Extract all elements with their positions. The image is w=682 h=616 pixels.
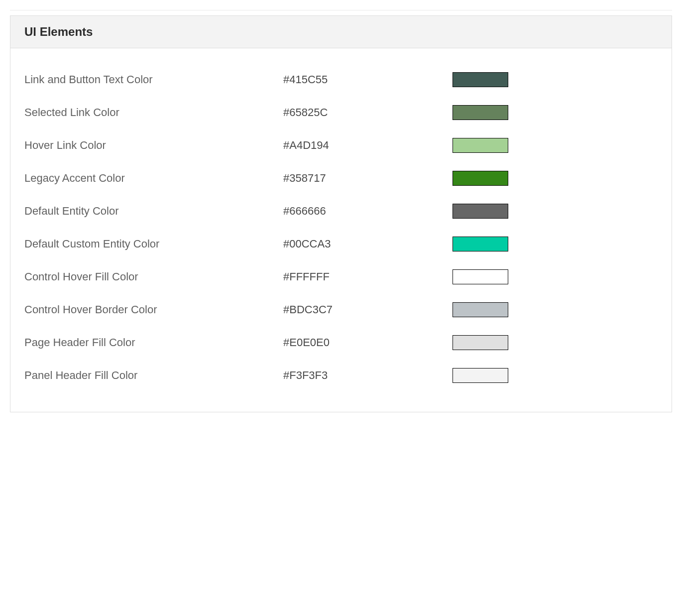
color-label: Hover Link Color <box>24 139 283 152</box>
panel-header: UI Elements <box>10 16 672 48</box>
color-row: Control Hover Fill Color#FFFFFF <box>24 260 658 293</box>
color-value: #BDC3C7 <box>283 303 453 316</box>
color-value: #00CCA3 <box>283 238 453 250</box>
color-row: Panel Header Fill Color#F3F3F3 <box>24 359 658 392</box>
color-label: Default Entity Color <box>24 205 283 218</box>
color-value: #666666 <box>283 205 453 218</box>
color-row: Page Header Fill Color#E0E0E0 <box>24 326 658 359</box>
color-label: Default Custom Entity Color <box>24 238 283 250</box>
color-row: Default Custom Entity Color#00CCA3 <box>24 228 658 260</box>
color-value: #415C55 <box>283 73 453 86</box>
color-value: #A4D194 <box>283 139 453 152</box>
color-label: Page Header Fill Color <box>24 336 283 349</box>
color-swatch[interactable] <box>453 105 508 120</box>
color-swatch[interactable] <box>453 302 508 317</box>
color-value: #358717 <box>283 172 453 185</box>
color-row: Default Entity Color#666666 <box>24 195 658 228</box>
color-label: Selected Link Color <box>24 106 283 119</box>
color-label: Control Hover Fill Color <box>24 270 283 283</box>
color-label: Legacy Accent Color <box>24 172 283 185</box>
color-swatch[interactable] <box>453 171 508 186</box>
color-row: Legacy Accent Color#358717 <box>24 162 658 195</box>
color-value: #E0E0E0 <box>283 336 453 349</box>
color-swatch[interactable] <box>453 368 508 383</box>
color-swatch[interactable] <box>453 335 508 350</box>
color-label: Control Hover Border Color <box>24 303 283 316</box>
color-value: #FFFFFF <box>283 270 453 283</box>
color-swatch[interactable] <box>453 269 508 284</box>
color-swatch[interactable] <box>453 138 508 153</box>
color-value: #65825C <box>283 106 453 119</box>
color-label: Link and Button Text Color <box>24 73 283 86</box>
color-row: Hover Link Color#A4D194 <box>24 129 658 162</box>
color-label: Panel Header Fill Color <box>24 369 283 382</box>
color-row: Link and Button Text Color#415C55 <box>24 63 658 96</box>
color-swatch[interactable] <box>453 72 508 87</box>
panel-body: Link and Button Text Color#415C55Selecte… <box>10 48 672 412</box>
panel-title: UI Elements <box>24 25 658 39</box>
color-swatch[interactable] <box>453 237 508 251</box>
ui-elements-panel: UI Elements Link and Button Text Color#4… <box>10 15 672 412</box>
color-swatch[interactable] <box>453 204 508 219</box>
color-value: #F3F3F3 <box>283 369 453 382</box>
color-row: Selected Link Color#65825C <box>24 96 658 129</box>
color-row: Control Hover Border Color#BDC3C7 <box>24 293 658 326</box>
top-divider <box>10 10 672 10</box>
